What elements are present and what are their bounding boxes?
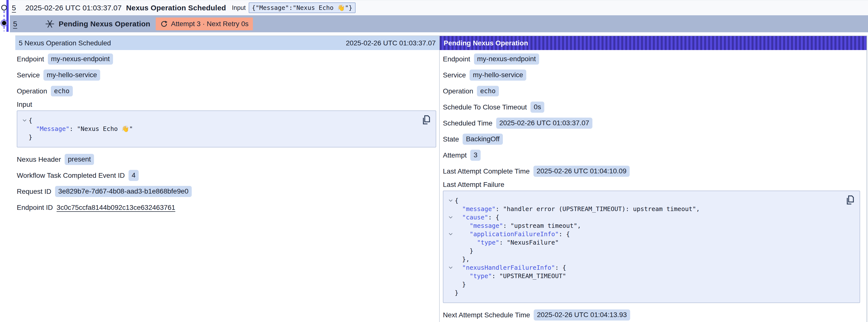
event-row-nexus-operation-scheduled[interactable]: 5 2025-02-26 UTC 01:03:37.07 Nexus Opera… [10, 0, 868, 15]
field-nexus-header: Nexus Headerpresent [17, 151, 438, 167]
field-endpoint: Endpointmy-nexus-endpoint [17, 51, 438, 67]
json-text: } [455, 281, 466, 288]
json-text: } [455, 289, 458, 296]
field-schedule-to-close-timeout: Schedule To Close Timeout0s [443, 99, 862, 115]
code-viewer-last-attempt-failure: { "message": "handler error (UPSTREAM_TI… [443, 191, 860, 303]
field-value-badge: 2025-02-26 UTC 01:03:37.07 [496, 118, 592, 128]
field-operation: Operationecho [17, 83, 438, 99]
event-id-link[interactable]: 5 [13, 20, 17, 28]
event-id-link[interactable]: 5 [12, 4, 16, 12]
chevron-down-icon[interactable] [446, 266, 455, 269]
json-text: }, [455, 256, 469, 263]
timeline-markers [0, 0, 10, 33]
scheduled-event-detail-panel: 5 Nexus Operation Scheduled 2025-02-26 U… [15, 36, 439, 322]
input-label: Input [232, 4, 246, 11]
json-line: "Message": "Nexus Echo 👋" [20, 125, 431, 133]
code-viewer-input: { "Message": "Nexus Echo 👋"} [17, 110, 436, 148]
retry-icon [160, 20, 168, 28]
chevron-down-icon[interactable] [20, 119, 29, 122]
json-text: "nexusHandlerFailureInfo": { [455, 264, 566, 271]
attempt-badge-text: Attempt 3 · Next Retry 0s [171, 20, 248, 28]
json-line: "message": "upstream timeout", [446, 221, 855, 230]
field-value-badge: echo [51, 86, 73, 97]
panel-title: Pending Nexus Operation [444, 39, 528, 47]
json-text: { [29, 117, 32, 124]
json-line: "message": "handler error (UPSTREAM_TIME… [446, 205, 855, 213]
chevron-down-icon[interactable] [446, 216, 455, 219]
json-text: "Message": "Nexus Echo 👋" [29, 125, 133, 132]
field-value-badge: my-hello-service [43, 69, 100, 80]
field-label: Service [443, 71, 466, 79]
field-service: Servicemy-hello-service [443, 67, 862, 83]
filled-circle-marker [2, 21, 6, 25]
json-line: "applicationFailureInfo": { [446, 230, 855, 238]
json-line: "type": "UPSTREAM_TIMEOUT" [446, 272, 855, 280]
field-label: Operation [443, 87, 473, 95]
field-label-row: Last Attempt Failure [443, 179, 862, 190]
timeline-rail [0, 0, 10, 33]
field-value-badge: echo [477, 86, 499, 97]
field-label: Request ID [17, 188, 51, 195]
field-label: Operation [17, 87, 47, 95]
field-next-attempt-schedule-time: Next Attempt Schedule Time2025-02-26 UTC… [443, 307, 862, 322]
field-label: Nexus Header [17, 156, 61, 163]
field-operation: Operationecho [443, 83, 862, 99]
field-label: Next Attempt Schedule Time [443, 311, 530, 319]
json-line: } [446, 247, 855, 255]
json-line: { [446, 196, 855, 205]
chevron-down-icon[interactable] [446, 233, 455, 235]
pending-operation-panel-header: Pending Nexus Operation [440, 36, 867, 50]
chevron-down-icon[interactable] [446, 199, 455, 202]
json-text: "message": "handler error (UPSTREAM_TIME… [455, 205, 700, 213]
field-value-badge: my-nexus-endpoint [474, 54, 539, 64]
field-label: Workflow Task Completed Event ID [17, 171, 125, 180]
copy-button[interactable] [844, 195, 856, 206]
open-circle-marker [2, 5, 7, 10]
field-endpoint-id: Endpoint ID3c0c75ccfa8144b092c13ce632463… [17, 199, 438, 216]
json-text: } [29, 134, 32, 141]
json-line: "nexusHandlerFailureInfo": { [446, 263, 855, 272]
temporal-event-history-screen: { "colors": { "accent_indigo": "#4f46e5"… [0, 0, 868, 322]
field-value-badge: 4 [128, 170, 139, 181]
json-text: "type": "NexusFailure" [455, 239, 559, 246]
json-text: "message": "upstream timeout", [455, 222, 581, 229]
field-label: Service [17, 71, 40, 79]
field-attempt: Attempt3 [443, 147, 862, 163]
json-line: } [446, 280, 855, 288]
field-label: Attempt [443, 151, 467, 159]
field-label: Schedule To Close Timeout [443, 103, 527, 111]
event-title: Nexus Operation Scheduled [126, 4, 226, 12]
json-line: "cause": { [446, 213, 855, 221]
field-value-badge: 2025-02-26 UTC 01:04:13.93 [534, 310, 630, 320]
json-text: { [455, 197, 458, 204]
scheduled-event-fields: Endpointmy-nexus-endpointServicemy-hello… [15, 50, 439, 216]
event-timestamp: 2025-02-26 UTC 01:03:37.07 [25, 4, 122, 12]
field-input: Input{ "Message": "Nexus Echo 👋"} [17, 99, 438, 148]
event-row-pending-nexus-operation[interactable]: 5 Pending Nexus Operation Attempt 3 · Ne… [10, 15, 868, 32]
field-value-badge: 3 [470, 150, 480, 161]
json-text: "type": "UPSTREAM_TIMEOUT" [455, 272, 566, 280]
field-endpoint: Endpointmy-nexus-endpoint [443, 51, 862, 67]
json-text: } [455, 247, 473, 254]
field-last-attempt-complete-time: Last Attempt Complete Time2025-02-26 UTC… [443, 163, 862, 179]
pending-operation-fields: Endpointmy-nexus-endpointServicemy-hello… [440, 50, 867, 322]
copy-button[interactable] [421, 115, 432, 126]
field-label: Endpoint [17, 55, 44, 63]
field-value-badge: 2025-02-26 UTC 01:04:10.09 [533, 166, 630, 176]
field-value-badge: 0s [530, 102, 544, 112]
attempt-retry-badge: Attempt 3 · Next Retry 0s [156, 18, 253, 30]
event-title: Pending Nexus Operation [59, 20, 150, 28]
field-label: Last Attempt Failure [443, 181, 504, 189]
event-detail-panels: 5 Nexus Operation Scheduled 2025-02-26 U… [15, 35, 867, 322]
scheduled-event-panel-header: 5 Nexus Operation Scheduled 2025-02-26 U… [15, 36, 439, 50]
endpoint-id-link[interactable]: 3c0c75ccfa8144b092c13ce632463761 [57, 204, 175, 212]
json-text: "cause": { [455, 214, 499, 221]
field-last-attempt-failure: Last Attempt Failure{ "message": "handle… [443, 179, 862, 303]
field-label: Endpoint [443, 55, 470, 63]
panel-timestamp: 2025-02-26 UTC 01:03:37.07 [346, 39, 436, 47]
field-service: Servicemy-hello-service [17, 67, 438, 83]
field-label: Endpoint ID [17, 204, 53, 212]
field-scheduled-time: Scheduled Time2025-02-26 UTC 01:03:37.07 [443, 115, 862, 131]
json-line: } [20, 133, 431, 141]
field-state: StateBackingOff [443, 131, 862, 147]
